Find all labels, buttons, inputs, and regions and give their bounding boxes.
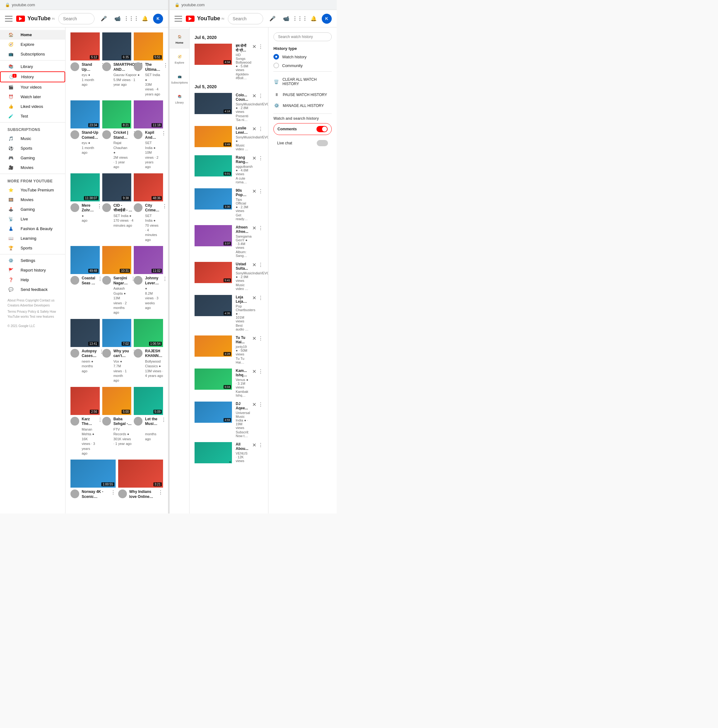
hist-thumb[interactable] <box>194 442 232 463</box>
sidebar-item-liked[interactable]: 👍 Liked videos <box>0 102 65 111</box>
hist-close-btn[interactable]: ✕ <box>252 93 256 99</box>
more-options-btn[interactable]: ⋮ <box>162 276 167 310</box>
nav-movies[interactable]: 🎞️ Movies <box>0 195 65 205</box>
hist-close-btn[interactable]: ✕ <box>252 44 256 50</box>
hist-thumb[interactable]: 5:41 <box>194 262 232 283</box>
video-card[interactable]: 13:41 Autopsy Cases | How COVID... neem … <box>70 319 100 383</box>
live-chat-toggle[interactable] <box>317 140 328 146</box>
search-input-right[interactable] <box>228 16 263 21</box>
sidebar-item-library[interactable]: 📚 Library <box>0 62 65 71</box>
more-options-btn[interactable]: ⋮ <box>162 203 167 243</box>
hist-close-btn[interactable]: ✕ <box>252 188 256 194</box>
hist-close-btn[interactable]: ✕ <box>252 155 256 161</box>
search-watch-history-input[interactable] <box>273 32 332 41</box>
hist-thumb[interactable]: 4:34 <box>194 44 232 65</box>
clear-all-btn[interactable]: 🗑️ CLEAR ALL WATCH HISTORY <box>273 74 332 89</box>
hist-more-btn[interactable]: ⋮ <box>258 155 263 161</box>
hist-close-btn[interactable]: ✕ <box>252 262 256 268</box>
hist-more-btn[interactable]: ⋮ <box>258 335 263 341</box>
hist-more-btn[interactable]: ⋮ <box>258 402 263 407</box>
mini-sidebar-subscriptions[interactable]: 📺 Subscriptions <box>170 69 189 89</box>
hist-close-btn[interactable]: ✕ <box>252 402 256 407</box>
nav-settings[interactable]: ⚙️ Settings <box>0 255 65 265</box>
more-options-btn[interactable]: ⋮ <box>166 349 168 378</box>
video-card[interactable]: 49:48 Coastal Seas | FULL …x ⋮ <box>70 246 100 315</box>
video-card[interactable]: 1:00:55 Norway 4K - Scenic Relaxation ⋮ <box>70 460 116 505</box>
hist-more-btn[interactable]: ⋮ <box>258 295 263 301</box>
video-card[interactable]: 8:21 Cricket | Stand Up Comedy By Rajat … <box>102 100 131 170</box>
notifications-icon-right[interactable]: 🔔 <box>308 13 319 24</box>
more-options-btn[interactable]: ⋮ <box>163 62 168 96</box>
hist-thumb[interactable]: 5:01 <box>194 155 232 176</box>
hist-more-btn[interactable]: ⋮ <box>258 126 263 132</box>
search-bar-right[interactable] <box>228 13 263 24</box>
hist-close-btn[interactable]: ✕ <box>252 369 256 375</box>
comments-toggle-switch[interactable] <box>316 126 328 132</box>
search-bar-left[interactable] <box>58 13 95 24</box>
comments-toggle[interactable]: Comments <box>273 123 332 135</box>
video-card[interactable]: 10:31 Sarojini Nagar | Excuse Me Brother… <box>102 246 131 315</box>
hist-close-btn[interactable]: ✕ <box>252 295 256 301</box>
watch-history-radio[interactable]: Watch history <box>273 54 332 60</box>
apps-icon[interactable]: ⋮⋮⋮ <box>126 13 137 24</box>
sub-gaming[interactable]: 🎮 Gaming <box>0 153 65 163</box>
mini-sidebar-home[interactable]: 🏠 Home <box>170 29 189 49</box>
hist-thumb[interactable]: 6:04 <box>194 369 232 390</box>
notifications-icon[interactable]: 🔔 <box>139 13 151 24</box>
hist-close-btn[interactable]: ✕ <box>252 442 256 448</box>
mini-sidebar-explore[interactable]: 🧭 Explore <box>170 49 189 69</box>
hist-thumb[interactable]: 4:28 <box>194 335 232 357</box>
video-card[interactable]: 1:06:54 RAJESH KHANNA Hit Songs | Evergr… <box>134 319 163 383</box>
video-card[interactable]: 7:02 Why you can't compare Covid-19 vacc… <box>102 319 131 383</box>
more-options-btn[interactable]: ⋮ <box>111 489 116 505</box>
hist-close-btn[interactable]: ✕ <box>252 126 256 132</box>
sidebar-item-watch-later[interactable]: ⏰ Watch later <box>0 92 65 102</box>
hist-more-btn[interactable]: ⋮ <box>258 262 263 268</box>
nav-gaming2[interactable]: 🕹️ Gaming <box>0 205 65 214</box>
video-card[interactable]: 2:56 Karz Theme Music - A humble tribute… <box>70 387 100 456</box>
nav-sports[interactable]: 🏆 Sports <box>0 243 65 253</box>
hamburger-menu[interactable] <box>5 16 12 21</box>
sidebar-item-home[interactable]: 🏠 Home <box>0 30 65 40</box>
more-options-btn[interactable]: ⋮ <box>161 130 166 170</box>
nav-yt-premium[interactable]: ⭐ YouTube Premium <box>0 185 65 195</box>
nav-feedback[interactable]: 💬 Send feedback <box>0 284 65 294</box>
hist-more-btn[interactable]: ⋮ <box>258 369 263 375</box>
hist-more-btn[interactable]: ⋮ <box>258 188 263 194</box>
yt-logo-right[interactable]: YouTubeIN <box>186 15 224 22</box>
video-card[interactable]: 11:02 Johnny Lever से हास हो रही है Sapn… <box>134 246 163 315</box>
hist-thumb[interactable]: 4:35 <box>194 295 232 316</box>
hist-more-btn[interactable]: ⋮ <box>258 93 263 99</box>
sidebar-item-history[interactable]: 🕐 History 2 <box>0 71 65 82</box>
more-options-btn[interactable]: ⋮ <box>97 203 102 223</box>
mini-sidebar-library[interactable]: 📚 Library <box>170 89 189 109</box>
hist-thumb[interactable]: 4:18 <box>194 93 232 114</box>
nav-help[interactable]: ❓ Help <box>0 275 65 284</box>
search-input-left[interactable] <box>59 16 95 21</box>
hist-more-btn[interactable]: ⋮ <box>258 225 263 231</box>
video-card[interactable]: 5:12 Stand Up Comedy by Ashish Vidyarthi… <box>70 32 100 96</box>
video-card[interactable]: 6:35 SMARTPHONES AND PASSWORDS | Stand U… <box>102 32 131 96</box>
manage-btn[interactable]: ⚙️ MANAGE ALL HISTORY <box>273 100 332 111</box>
mic-icon-right[interactable]: 🎤 <box>267 13 278 24</box>
hist-close-btn[interactable]: ✕ <box>252 225 256 231</box>
video-create-icon-right[interactable]: 📹 <box>281 13 292 24</box>
pause-btn[interactable]: ⏸ PAUSE WATCH HISTORY <box>273 89 332 100</box>
more-options-btn[interactable]: ⋮ <box>158 489 163 505</box>
sidebar-item-test[interactable]: 🧪 Test <box>0 111 65 121</box>
video-card[interactable]: 5:00 Baba Sehgal - Thanda Thanda Pani(19… <box>102 387 131 456</box>
sub-sports[interactable]: ⚽ Sports <box>0 144 65 153</box>
hist-thumb[interactable]: 4:59 <box>194 402 232 423</box>
avatar-left[interactable]: K <box>153 14 163 24</box>
hist-thumb[interactable]: 3:37 <box>194 225 232 246</box>
apps-icon-right[interactable]: ⋮⋮⋮ <box>294 13 306 24</box>
more-options-btn[interactable]: ⋮ <box>161 417 166 442</box>
sidebar-item-subscriptions[interactable]: 📺 Subscriptions <box>0 49 65 59</box>
video-create-icon[interactable]: 📹 <box>112 13 123 24</box>
sub-music[interactable]: 🎵 Music <box>0 134 65 144</box>
hamburger-right[interactable] <box>174 16 182 21</box>
sub-movies[interactable]: 🎥 Movies <box>0 163 65 173</box>
hist-thumb[interactable]: 3:30 <box>194 188 232 210</box>
video-card[interactable]: 5:09 Let the Music Flow | Sachin-Janhvi … <box>134 387 163 456</box>
hist-more-btn[interactable]: ⋮ <box>258 442 263 448</box>
